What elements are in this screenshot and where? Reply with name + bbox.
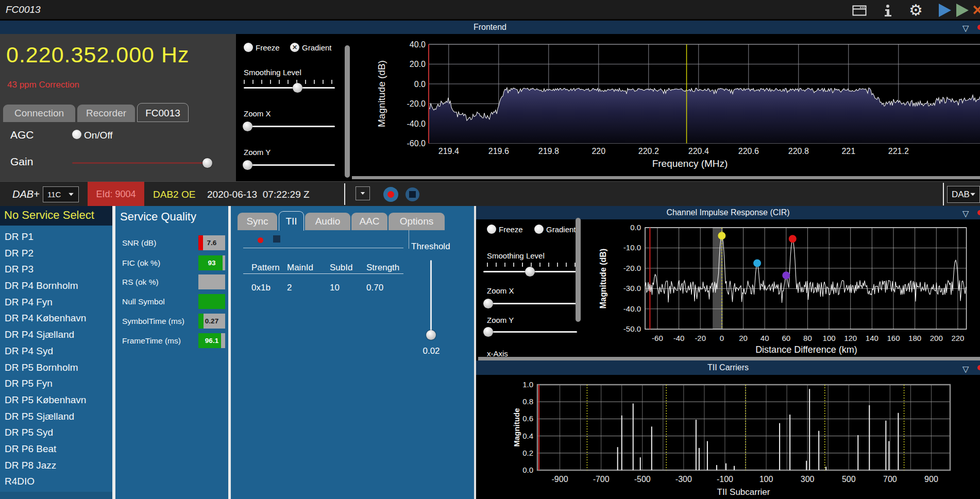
tab-sync[interactable]: Sync bbox=[238, 213, 277, 230]
spectrum-plot[interactable]: 40.020.00.0-20.0-40.0-60.0219.4219.6219.… bbox=[350, 34, 980, 181]
service-list-item[interactable]: DR P5 Bornholm bbox=[0, 359, 112, 376]
cir-smoothing-ticks bbox=[487, 263, 576, 267]
info-icon[interactable] bbox=[882, 4, 893, 18]
zoom-x-slider-handle[interactable] bbox=[243, 122, 252, 131]
tab-tii[interactable]: TII bbox=[279, 211, 304, 231]
close-orange-icon[interactable]: ✕ bbox=[972, 2, 980, 19]
svg-text:-20.0: -20.0 bbox=[623, 264, 641, 272]
record-button[interactable] bbox=[383, 187, 398, 202]
output-mode-select[interactable]: DAB bbox=[947, 186, 980, 203]
service-list-item[interactable]: DR P4 Syd bbox=[0, 343, 112, 359]
stop-button[interactable] bbox=[405, 187, 419, 201]
tii-carriers-plot[interactable]: 0.00.20.40.60.81.0-900-700-500-300-10010… bbox=[478, 375, 980, 499]
tii-column-header: Pattern bbox=[251, 263, 280, 273]
service-list-item[interactable]: DR P4 Fyn bbox=[0, 294, 112, 311]
service-list-item[interactable]: DR P3 bbox=[0, 261, 112, 278]
frontend-hscrollbar[interactable] bbox=[352, 176, 980, 179]
tii-column-header: Strength bbox=[366, 263, 399, 273]
ensemble-bar: DAB+ 11C EId: 9004 DAB2 OE 2020-06-13 07… bbox=[0, 181, 980, 206]
threshold-slider-track[interactable] bbox=[430, 260, 432, 336]
agc-radio[interactable] bbox=[72, 130, 81, 139]
tab-audio[interactable]: Audio bbox=[305, 213, 350, 230]
svg-text:120: 120 bbox=[844, 334, 857, 342]
service-list-item[interactable]: DR P5 Syd bbox=[0, 424, 112, 441]
threshold-value: 0.02 bbox=[418, 346, 444, 356]
freeze-label: Freeze bbox=[256, 43, 280, 52]
svg-text:-20.0: -20.0 bbox=[407, 99, 426, 108]
service-list-item[interactable]: DR P5 Sjælland bbox=[0, 408, 112, 425]
cir-smoothing-handle[interactable] bbox=[525, 267, 535, 277]
play-blue-icon[interactable] bbox=[939, 4, 951, 17]
service-list-item[interactable]: DR P5 Fyn bbox=[0, 375, 112, 392]
service-list-item[interactable]: DR P4 København bbox=[0, 310, 112, 326]
tab-fc0013[interactable]: FC0013 bbox=[137, 103, 189, 122]
service-list-bottom-strip[interactable] bbox=[0, 492, 112, 499]
cir-zoom-x-track[interactable] bbox=[483, 303, 577, 304]
threshold-slider-handle[interactable] bbox=[426, 330, 436, 340]
zoom-x-slider-track[interactable] bbox=[244, 126, 335, 127]
smoothing-slider-handle[interactable] bbox=[293, 83, 302, 93]
record-menu-button[interactable] bbox=[356, 186, 370, 200]
tab-aac[interactable]: AAC bbox=[351, 213, 387, 230]
svg-text:0.2: 0.2 bbox=[522, 449, 533, 457]
tab-options[interactable]: Options bbox=[388, 213, 445, 230]
settings-gear-icon[interactable]: ⚙ bbox=[909, 1, 923, 19]
tii-table-cell: 10 bbox=[330, 283, 340, 293]
service-list-item[interactable]: DR P5 København bbox=[0, 392, 112, 408]
svg-text:-40.0: -40.0 bbox=[407, 119, 426, 128]
service-list-item[interactable]: DR P6 Beat bbox=[0, 441, 112, 457]
service-list-item[interactable]: DR P4 Sjælland bbox=[0, 326, 112, 343]
svg-text:20: 20 bbox=[739, 334, 748, 342]
cir-zoom-x-handle[interactable] bbox=[483, 299, 493, 308]
service-list-item[interactable]: R4DIO bbox=[0, 473, 112, 490]
cir-plot[interactable]: 0.0-10.0-20.0-30.0-40.0-50.0-60-40-20020… bbox=[582, 219, 980, 360]
tii-table-cell: 0x1b bbox=[251, 283, 271, 293]
quality-metric-value bbox=[198, 294, 225, 309]
svg-text:-40: -40 bbox=[673, 334, 685, 342]
chevron-down-icon bbox=[970, 193, 975, 196]
svg-text:220: 220 bbox=[951, 334, 964, 342]
freeze-radio[interactable] bbox=[244, 43, 253, 52]
tab-connection[interactable]: Connection bbox=[3, 105, 75, 122]
service-list-item[interactable]: DR P4 Bornholm bbox=[0, 278, 112, 294]
svg-text:0.6: 0.6 bbox=[522, 414, 533, 423]
cir-freeze-radio[interactable] bbox=[487, 225, 496, 234]
bar-divider bbox=[344, 183, 345, 205]
cir-zoom-y-handle[interactable] bbox=[483, 327, 493, 337]
detail-panel: SyncTIIAudioAACOptions PatternMainIdSubI… bbox=[231, 206, 474, 499]
play-green-icon[interactable] bbox=[956, 4, 969, 17]
cir-zoom-y-track[interactable] bbox=[483, 331, 577, 333]
service-list-item[interactable]: DR P8 Jazz bbox=[0, 457, 112, 474]
cir-hscrollbar[interactable] bbox=[478, 357, 980, 360]
cir-scrollbar[interactable] bbox=[576, 218, 581, 322]
collapse-tii-icon[interactable]: ▽ bbox=[962, 362, 969, 376]
svg-text:0.0: 0.0 bbox=[630, 223, 641, 232]
svg-text:-20: -20 bbox=[695, 334, 706, 342]
service-list-item[interactable]: DR P1 bbox=[0, 229, 112, 245]
smoothing-slider-track[interactable] bbox=[244, 87, 335, 89]
svg-text:-40.0: -40.0 bbox=[623, 304, 641, 313]
mode-label: DAB+ bbox=[12, 188, 40, 200]
quality-metric-label: FIC (ok %) bbox=[122, 259, 160, 268]
tab-recorder[interactable]: Recorder bbox=[77, 105, 135, 122]
svg-text:-50.0: -50.0 bbox=[623, 324, 641, 333]
channel-select[interactable]: 11C bbox=[43, 186, 79, 202]
svg-text:80: 80 bbox=[803, 334, 812, 342]
cir-gradient-radio[interactable] bbox=[534, 225, 544, 234]
collapse-cir-icon[interactable]: ▽ bbox=[962, 207, 969, 220]
cir-zoom-y-label: Zoom Y bbox=[487, 316, 514, 324]
service-quality-panel: Service Quality SNR (dB)7.6FIC (ok %)93R… bbox=[115, 206, 228, 499]
service-list-item[interactable]: DR P2 bbox=[0, 245, 112, 262]
zoom-y-slider-handle[interactable] bbox=[243, 160, 252, 170]
frontend-scrollbar[interactable] bbox=[345, 45, 350, 178]
gradient-radio[interactable]: ✕ bbox=[290, 43, 299, 52]
zoom-y-slider-track[interactable] bbox=[244, 164, 335, 166]
svg-text:200: 200 bbox=[930, 334, 943, 342]
gain-slider-track[interactable] bbox=[72, 162, 211, 164]
window-icon[interactable] bbox=[852, 5, 867, 16]
gain-slider-handle[interactable] bbox=[202, 158, 212, 168]
chevron-down-icon bbox=[361, 192, 365, 195]
collapse-frontend-icon[interactable]: ▽ bbox=[962, 22, 969, 35]
quality-metric-value: 0.27 bbox=[198, 314, 225, 329]
app-window: FC0013 ⚙ ✕ Frontend ▽ 0.220.352.000 Hz 4… bbox=[0, 0, 980, 499]
